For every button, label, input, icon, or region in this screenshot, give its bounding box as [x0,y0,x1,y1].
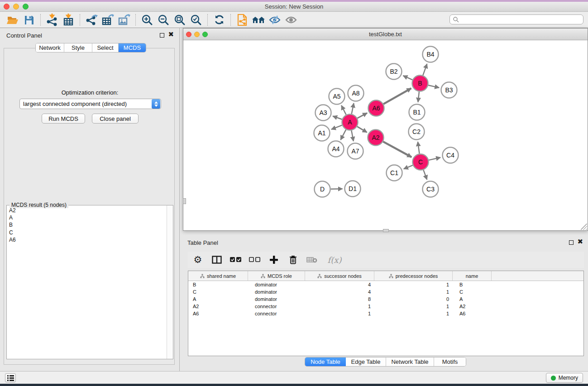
graph-edge-C-C3[interactable] [423,170,427,180]
canvas-bottom-handle[interactable] [383,229,389,232]
export-table-button[interactable] [100,13,116,27]
toolbar-separator [40,14,41,26]
column-header-name[interactable]: name [453,271,492,281]
criterion-dropdown[interactable]: largest connected component (directed) [19,99,161,109]
graph-edge-C-C1[interactable] [404,165,413,169]
show-column-button[interactable] [210,253,223,266]
show-panels-button[interactable] [283,13,299,27]
column-header-successor-nodes[interactable]: successor nodes [305,271,374,281]
run-mcds-button[interactable]: Run MCDS [42,114,85,124]
zoom-out-button[interactable] [155,13,172,27]
table-cell: 1 [374,311,453,316]
search-input[interactable] [459,16,583,23]
tab-style[interactable]: Style [64,43,92,52]
graph-edge-B-B2[interactable] [403,76,413,80]
table-row[interactable]: A2connector11A2 [188,303,583,310]
close-panel-icon[interactable]: ✖ [168,30,174,38]
graph-edge-B-B1[interactable] [418,91,419,102]
function-builder-button[interactable]: f(x) [325,253,344,266]
import-network-button[interactable] [44,13,60,27]
graph-edge-C-C2[interactable] [418,142,420,153]
graph-edge-A2-C[interactable] [383,142,411,157]
canvas-left-handle[interactable] [183,198,186,204]
column-header-MCDS-role[interactable]: MCDS role [248,271,305,281]
mcds-result-item[interactable]: C [9,229,167,236]
refresh-button[interactable] [211,13,227,27]
column-type-icon [389,274,393,278]
zoom-fit-button[interactable] [172,13,188,27]
tab-edge-table[interactable]: Edge Table [346,357,386,366]
open-file-button[interactable] [5,13,21,27]
graph-edge-A-A6[interactable] [357,113,367,119]
table-settings-button[interactable]: ⚙ [191,253,204,266]
graph-edge-A6-B[interactable] [383,88,411,104]
zoom-in-icon [141,14,153,26]
mcds-result-item[interactable]: B [9,221,167,229]
tab-network-table[interactable]: Network Table [386,357,434,366]
new-session-from-network-button[interactable] [234,13,250,27]
column-header-predecessor-nodes[interactable]: predecessor nodes [374,271,453,281]
select-all-button[interactable] [229,253,242,266]
close-panel-button[interactable]: Close panel [92,114,139,124]
table-row[interactable]: Adominator80A [188,295,583,303]
zoom-selected-button[interactable] [188,13,204,27]
tab-mcds[interactable]: MCDS [119,43,146,52]
tab-select[interactable]: Select [92,43,119,52]
graph-edge-A-A8[interactable] [352,103,354,114]
delete-table-button[interactable] [306,253,318,266]
network-canvas[interactable]: B4B2BB3A5A8A6B1A3AA1C2A2A4A7C4CC1C3DD1 [183,40,588,230]
table-row[interactable]: A6connector11A6 [188,310,583,317]
table-cell: 4 [305,289,374,295]
close-table-panel-icon[interactable]: ✖ [577,238,583,246]
unselect-all-button[interactable] [249,253,261,266]
graph-node-label: D1 [349,185,357,192]
network-graph: B4B2BB3A5A8A6B1A3AA1C2A2A4A7C4CC1C3DD1 [183,40,588,230]
graph-edge-B-B4[interactable] [423,64,427,75]
list-icon [7,375,14,381]
home-button[interactable] [250,13,267,27]
mcds-result-item[interactable]: A2 [9,207,167,214]
graph-node-label: A8 [352,90,359,97]
float-table-panel-icon[interactable] [569,240,574,245]
graph-node-label: A2 [372,134,379,141]
import-network-icon [46,14,58,26]
table-row[interactable]: Bdominator41B [188,281,583,288]
delete-column-button[interactable] [287,253,299,266]
search-field[interactable] [449,14,583,24]
zoom-in-button[interactable] [139,13,155,27]
graph-node-label: B2 [390,68,397,75]
task-history-button[interactable] [5,373,16,382]
graph-edge-A-A1[interactable] [331,125,342,129]
column-type-icon [200,274,205,278]
hide-panels-button[interactable] [267,13,283,27]
graph-node-label: B1 [413,109,421,116]
column-header-shared-name[interactable]: shared name [188,271,248,281]
graph-edge-A-A3[interactable] [333,116,342,119]
table-row[interactable]: Cdominator41C [188,288,583,295]
window-resize-grip[interactable] [581,224,587,230]
export-image-button[interactable] [116,13,132,27]
float-panel-icon[interactable] [160,33,164,38]
tab-network[interactable]: Network [36,43,64,52]
mcds-list-scrollbar[interactable] [167,205,173,359]
graph-edge-A-A5[interactable] [341,105,346,114]
save-session-button[interactable] [21,13,37,27]
mcds-result-list[interactable]: A2ABCA6 [7,205,167,359]
table-cell: C [188,289,248,295]
tab-motifs[interactable]: Motifs [434,357,466,366]
node-table[interactable]: shared nameMCDS rolesuccessor nodesprede… [188,271,584,356]
graph-edge-B-B3[interactable] [428,85,439,88]
mcds-result-item[interactable]: A6 [9,236,167,243]
mcds-result-item[interactable]: A [9,214,167,221]
graph-edge-C-C4[interactable] [429,157,440,160]
graph-edge-A-A2[interactable] [357,126,367,132]
export-network-button[interactable] [83,13,100,27]
graph-node-label: B [418,80,422,87]
create-column-button[interactable] [268,253,280,266]
network-window-titlebar[interactable]: testGlobe.txt [183,29,588,40]
tab-node-table[interactable]: Node Table [305,357,346,366]
graph-edge-A-A4[interactable] [340,129,346,140]
memory-button[interactable]: Memory [546,373,583,383]
graph-edge-A-A7[interactable] [351,130,353,141]
import-table-button[interactable] [60,13,76,27]
